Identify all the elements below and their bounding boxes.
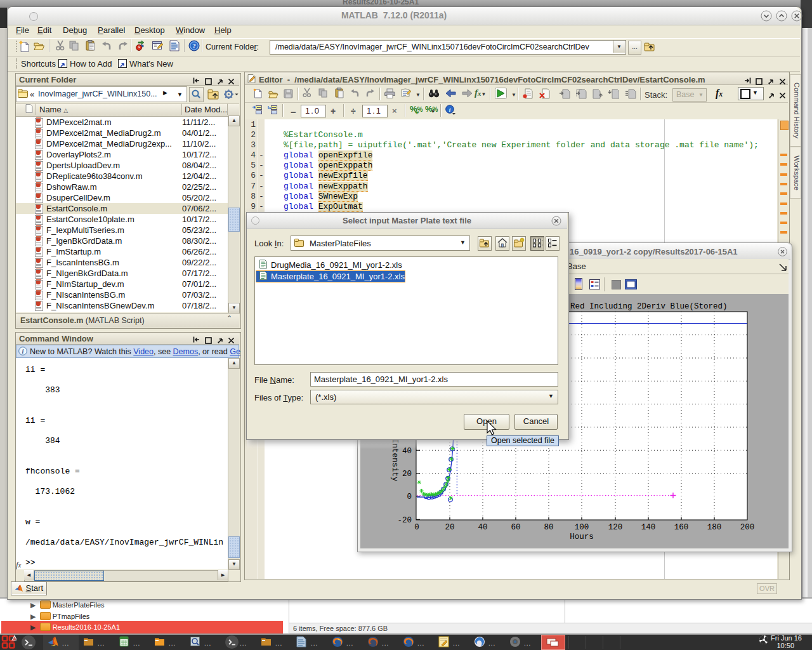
svg-text:0: 0 bbox=[414, 523, 419, 532]
svg-text:-20: -20 bbox=[397, 516, 412, 525]
svg-text:Red Including 2Deriv Blue(Stor: Red Including 2Deriv Blue(Stored) bbox=[570, 302, 728, 311]
svg-text:20: 20 bbox=[402, 470, 412, 479]
svg-text:0: 0 bbox=[407, 493, 412, 501]
svg-text:i: i bbox=[22, 348, 24, 355]
svg-text:80: 80 bbox=[544, 523, 553, 532]
svg-text:100: 100 bbox=[575, 523, 589, 532]
svg-text:120: 120 bbox=[608, 523, 623, 532]
svg-text:60: 60 bbox=[511, 523, 520, 532]
svg-text:160: 160 bbox=[674, 523, 689, 532]
svg-text:?: ? bbox=[192, 42, 196, 50]
svg-text:200: 200 bbox=[740, 523, 755, 532]
svg-text:40: 40 bbox=[478, 523, 487, 532]
svg-text:140: 140 bbox=[641, 523, 656, 532]
svg-text:180: 180 bbox=[707, 523, 722, 532]
svg-text:20: 20 bbox=[445, 523, 454, 532]
svg-text:Hours: Hours bbox=[570, 533, 594, 541]
